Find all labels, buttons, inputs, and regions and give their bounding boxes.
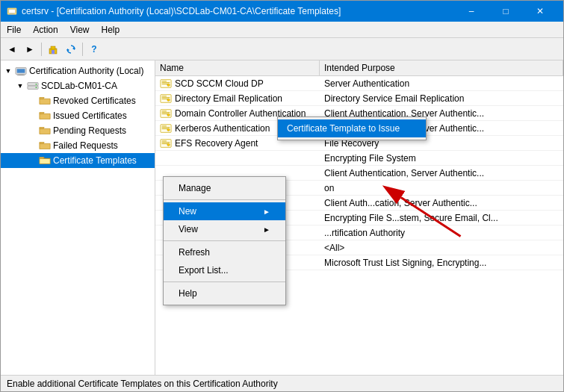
- toolbar: ◄ ► ?: [1, 38, 563, 60]
- right-panel: Name Intended Purpose SCD SCCM Cloud DP …: [155, 60, 563, 375]
- list-cell-name-text: Directory Email Replication: [175, 93, 282, 104]
- tree-server[interactable]: ▼ SCDLab-CM01-CA: [1, 78, 155, 93]
- expand-icon-server: ▼: [16, 81, 25, 90]
- computer-icon: [15, 66, 27, 76]
- submenu-item-label: Certificate Template to Issue: [287, 123, 400, 134]
- ctx-new-arrow: ►: [263, 208, 270, 216]
- list-cell-purpose: Encrypting File S...stem, Secure Email, …: [320, 211, 563, 225]
- folder-icon-revoked: [39, 96, 51, 106]
- svg-rect-5: [52, 50, 55, 54]
- tree-root[interactable]: ▼ Certification Authority (Local): [1, 63, 155, 78]
- tree-server-label: SCDLab-CM01-CA: [41, 81, 117, 91]
- up-icon: [48, 44, 58, 55]
- menu-view[interactable]: View: [64, 23, 96, 36]
- tree-item-revoked-label: Revoked Certificates: [53, 96, 136, 106]
- list-cell-name: [155, 172, 320, 175]
- tree-item-templates[interactable]: ▶ Certificate Templates: [1, 153, 155, 168]
- tree-item-failed[interactable]: ▶ Failed Requests: [1, 138, 155, 153]
- list-cell-purpose: on: [320, 181, 563, 195]
- status-bar: Enable additional Certificate Templates …: [1, 375, 563, 391]
- ctx-new-label: New: [179, 206, 196, 217]
- minimize-button[interactable]: –: [454, 1, 489, 22]
- list-header: Name Intended Purpose: [155, 60, 563, 76]
- ctx-item-view[interactable]: View ►: [164, 220, 285, 238]
- list-cell-purpose: Microsoft Trust List Signing, Encrypting…: [320, 256, 563, 270]
- col-header-name[interactable]: Name: [155, 60, 320, 75]
- svg-point-40: [167, 143, 170, 146]
- title-bar: certsrv - [Certification Authority (Loca…: [1, 1, 563, 22]
- list-cell-name-text: SCD SCCM Cloud DP: [175, 78, 264, 89]
- svg-rect-17: [162, 81, 167, 81]
- list-cell-purpose: Client Auth...cation, Server Authentic..…: [320, 196, 563, 210]
- svg-point-14: [36, 84, 37, 85]
- refresh-icon: [66, 44, 76, 55]
- tree-item-pending[interactable]: ▶ Pending Requests: [1, 123, 155, 138]
- app-icon: [7, 6, 17, 16]
- col-header-purpose[interactable]: Intended Purpose: [320, 60, 563, 75]
- left-panel: ▼ Certification Authority (Local) ▼: [1, 60, 155, 375]
- list-cell-purpose: <All>: [320, 241, 563, 255]
- folder-icon-failed: [39, 140, 51, 151]
- list-cell-name: SCD SCCM Cloud DP: [155, 77, 320, 90]
- folder-icon-pending: [39, 125, 51, 136]
- forward-button[interactable]: ►: [22, 41, 38, 57]
- submenu-item-cert-template[interactable]: Certificate Template to Issue: [278, 119, 426, 137]
- list-cell-name: [155, 157, 320, 160]
- ctx-item-manage[interactable]: Manage: [164, 179, 285, 197]
- svg-point-35: [167, 128, 170, 131]
- maximize-button[interactable]: □: [489, 1, 523, 22]
- list-item[interactable]: Directory Email Replication Directory Se…: [155, 91, 563, 106]
- help-button[interactable]: ?: [86, 41, 102, 57]
- svg-marker-7: [67, 49, 69, 52]
- svg-rect-38: [162, 142, 170, 143]
- ctx-item-refresh[interactable]: Refresh: [164, 243, 285, 261]
- tree-item-issued-label: Issued Certificates: [53, 111, 127, 121]
- list-item[interactable]: SCD SCCM Cloud DP Server Authentication: [155, 76, 563, 91]
- svg-rect-4: [51, 46, 55, 49]
- list-cell-purpose: Encrypting File System: [320, 152, 563, 165]
- toolbar-separator-1: [41, 43, 42, 56]
- tree-item-failed-label: Failed Requests: [53, 140, 118, 151]
- tree-item-issued[interactable]: ▶ Issued Certificates: [1, 108, 155, 123]
- ctx-item-export[interactable]: Export List...: [164, 261, 285, 279]
- title-bar-controls: – □ ✕: [454, 1, 557, 22]
- refresh-button[interactable]: [63, 41, 79, 57]
- cert-icon: [160, 108, 172, 119]
- toolbar-separator-2: [82, 43, 83, 56]
- list-item[interactable]: Encrypting File System: [155, 151, 563, 166]
- ctx-item-help[interactable]: Help: [164, 284, 285, 302]
- expand-icon-root: ▼: [4, 66, 13, 75]
- status-text: Enable additional Certificate Templates …: [7, 379, 278, 389]
- title-bar-left: certsrv - [Certification Authority (Loca…: [7, 6, 341, 16]
- submenu: Certificate Template to Issue: [277, 116, 427, 140]
- back-button[interactable]: ◄: [4, 41, 20, 57]
- svg-rect-18: [162, 82, 170, 83]
- svg-rect-22: [162, 96, 167, 96]
- close-button[interactable]: ✕: [523, 1, 557, 22]
- svg-marker-6: [72, 47, 75, 50]
- tree-item-templates-label: Certificate Templates: [53, 155, 137, 166]
- tree-item-pending-label: Pending Requests: [53, 125, 126, 136]
- svg-rect-32: [162, 125, 167, 126]
- cert-icon: [160, 93, 172, 104]
- tree-root-label: Certification Authority (Local): [29, 66, 143, 76]
- svg-rect-33: [162, 127, 170, 128]
- ctx-item-new[interactable]: New ►: [164, 202, 285, 220]
- tree-item-revoked[interactable]: ▶ Revoked Certificates: [1, 93, 155, 108]
- list-cell-purpose: ...rtification Authority: [320, 226, 563, 240]
- up-button[interactable]: [45, 41, 61, 57]
- svg-point-25: [167, 99, 170, 102]
- menu-action[interactable]: Action: [27, 23, 63, 36]
- svg-point-30: [167, 113, 170, 116]
- menu-help[interactable]: Help: [96, 23, 126, 36]
- folder-icon-templates: [39, 155, 51, 166]
- list-cell-name-text: EFS Recovery Agent: [175, 138, 258, 149]
- ctx-export-label: Export List...: [179, 265, 229, 276]
- ctx-separator-1: [164, 199, 285, 200]
- list-cell-purpose: Directory Service Email Replication: [320, 92, 563, 105]
- list-cell-purpose: Client Authentication, Server Authentic.…: [320, 167, 563, 180]
- svg-point-15: [36, 87, 37, 88]
- svg-rect-27: [162, 111, 167, 111]
- cert-icon: [160, 138, 172, 149]
- menu-file[interactable]: File: [1, 23, 27, 36]
